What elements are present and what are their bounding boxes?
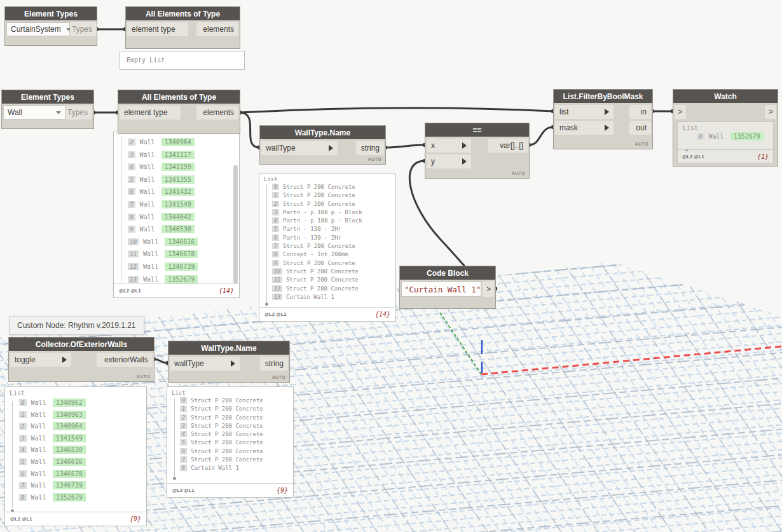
element-type-label: Wall	[140, 176, 155, 183]
node-collector-ofexteriorwalls: Collector.OfExteriorWalls toggle exterio…	[8, 337, 154, 382]
lacing-label[interactable]: AUTO	[635, 142, 648, 146]
input-port-y[interactable]: y	[427, 154, 471, 168]
type-dropdown[interactable]: CurtainSystem	[6, 22, 70, 36]
output-port-out[interactable]: out	[629, 121, 651, 135]
element-type-label: Wall	[31, 399, 46, 406]
list-label: List	[683, 125, 698, 132]
input-port-x[interactable]: x	[427, 139, 471, 153]
node-title[interactable]: List.FilterByBoolMask	[554, 90, 652, 103]
node-title[interactable]: Element Types	[5, 7, 97, 20]
list-index-badge: 4	[128, 163, 135, 170]
preview-bubble-empty-list: Empty List	[120, 51, 245, 70]
list-item: 6Wall1341432	[114, 186, 239, 198]
list-index-badge: 4	[19, 446, 27, 453]
output-port-types[interactable]: Types	[65, 106, 92, 119]
output-port-string[interactable]: string	[356, 141, 384, 155]
lacing-label[interactable]: AUTO	[512, 171, 525, 175]
list-index-badge: 7	[19, 482, 27, 489]
list-tree-line	[174, 399, 175, 476]
output-port-elements[interactable]: elements	[196, 106, 238, 119]
list-index-badge: 5	[128, 176, 135, 183]
output-port-exteriorwalls[interactable]: exteriorWalls	[97, 353, 153, 367]
wall-type-name: Struct P 200 Concrete	[191, 397, 263, 404]
output-port-elements[interactable]: elements	[196, 22, 238, 36]
element-id-chip: 1340963	[53, 411, 86, 419]
input-port-element-type[interactable]: element type	[127, 22, 188, 36]
node-title[interactable]: All Elements of Type	[126, 7, 240, 20]
item-count: {14}	[219, 287, 234, 294]
element-type-label: Wall	[143, 250, 158, 257]
levels-label: @L2 @L1	[172, 488, 195, 493]
type-dropdown[interactable]: Wall	[3, 106, 65, 119]
element-id-chip: 1352679	[731, 132, 764, 140]
input-port-walltype[interactable]: wallType	[261, 141, 338, 155]
node-watch: Watch > > List 0Wall1352679 @L2 @L1 {1}	[673, 89, 778, 167]
input-port-element-type[interactable]: element type	[120, 106, 181, 119]
node-title[interactable]: WallType.Name	[168, 341, 289, 355]
list-tree-line	[12, 401, 13, 508]
scrollbar-thumb[interactable]	[233, 165, 238, 283]
node-title[interactable]: All Elements of Type	[118, 90, 240, 104]
list-index-badge: 0	[180, 397, 187, 404]
list-item: 8Concept - Int 200mm	[259, 250, 395, 259]
list-index-badge: 0	[697, 133, 704, 140]
list-item: 4Struct P 200 Concrete	[167, 430, 293, 439]
list-item: 2Wall1340964	[5, 421, 146, 433]
node-list-filterbyboolmask: List.FilterByBoolMask list in mask out A…	[553, 89, 653, 149]
list-index-badge: 1	[272, 192, 279, 198]
empty-list-text: Empty List	[120, 51, 244, 64]
lacing-label[interactable]: AUTO	[272, 375, 285, 379]
list-index-badge: 11	[128, 250, 139, 257]
node-title[interactable]: Element Types	[2, 90, 93, 104]
element-type-label: Wall	[143, 276, 158, 283]
item-count: {9}	[130, 515, 141, 522]
list-index-badge: 3	[128, 151, 135, 158]
node-title[interactable]: WallType.Name	[260, 126, 385, 139]
lacing-label[interactable]: AUTO	[137, 374, 150, 379]
output-port-string[interactable]: string	[260, 357, 288, 371]
list-index-badge: 7	[272, 243, 279, 249]
element-id-chip: 1352679	[53, 493, 86, 501]
list-index-badge: 5	[272, 226, 279, 232]
input-port-mask[interactable]: mask	[555, 121, 614, 135]
dropdown-value: Wall	[8, 108, 22, 117]
node-title[interactable]: Collector.OfExteriorWalls	[9, 338, 154, 351]
output-port-var[interactable]: var[]..[]	[488, 139, 528, 153]
dropdown-value: CurtainSystem	[11, 25, 61, 34]
output-port-types[interactable]: Types	[70, 22, 97, 36]
port-arrow-icon	[231, 360, 235, 367]
input-port-toggle[interactable]: toggle	[10, 353, 71, 367]
list-item: 11Wall1346678	[114, 248, 239, 261]
element-id-chip: 1346616	[53, 458, 86, 466]
list-item: 5Struct P 200 Concrete	[167, 439, 293, 447]
wall-type-name: Struct P 200 Concrete	[283, 192, 355, 198]
output-port-in[interactable]: in	[629, 105, 651, 119]
item-count: {1}	[757, 153, 769, 160]
input-port-walltype[interactable]: wallType	[170, 357, 240, 371]
node-title[interactable]: Watch	[673, 90, 778, 103]
wall-type-name: Struct P 200 Concrete	[283, 243, 355, 249]
port-arrow-icon	[62, 357, 67, 363]
list-index-badge: 3	[272, 209, 279, 215]
watch-output-port[interactable]: >	[765, 105, 776, 119]
node-title[interactable]: ==	[425, 123, 529, 137]
wall-type-name: Struct P 200 Concrete	[191, 423, 263, 429]
list-item: 12Wall1346739	[114, 261, 239, 273]
node-element-types-wall: Element Types Wall Types	[1, 90, 94, 129]
list-item: 3Partn - p 100 p - Block	[259, 208, 395, 217]
list-index-badge: 3	[19, 435, 27, 442]
node-title[interactable]: Code Block	[400, 266, 495, 280]
output-port[interactable]: >	[483, 282, 494, 297]
node-element-types-curtainsystem: Element Types CurtainSystem Types	[4, 6, 97, 46]
element-id-chip: 1346530	[53, 446, 86, 454]
list-index-badge: 11	[272, 276, 282, 283]
code-input[interactable]: "Curtain Wall 1";	[401, 282, 481, 297]
levels-label: @L2 @L1	[10, 517, 32, 521]
watch-input-port[interactable]: >	[675, 105, 686, 119]
list-item: 6Wall1346678	[5, 468, 146, 481]
element-id-chip: 1346739	[53, 481, 86, 489]
input-port-list[interactable]: list	[555, 105, 614, 119]
element-id-chip: 1344042	[161, 213, 195, 221]
levels-label: @L2 @L1	[682, 154, 704, 159]
lacing-label[interactable]: AUTO	[368, 157, 381, 161]
